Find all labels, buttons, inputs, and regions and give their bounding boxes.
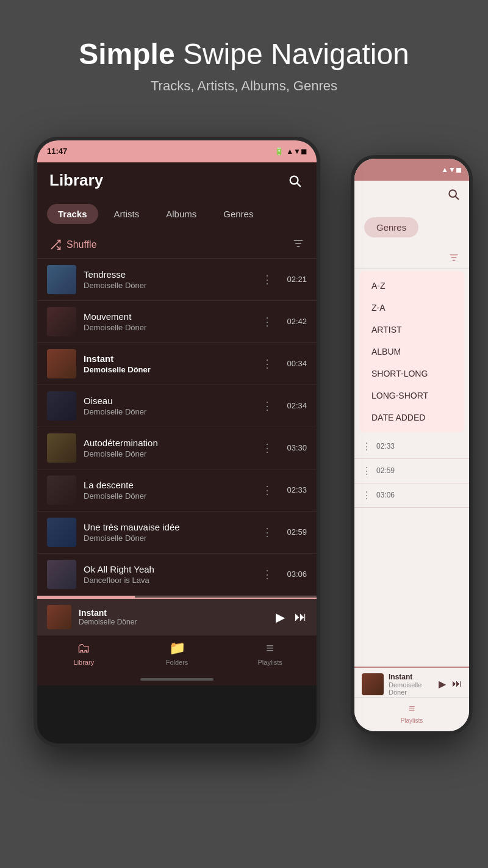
search-button[interactable] [285, 171, 304, 190]
sort-long-short[interactable]: LONG-SHORT [359, 385, 464, 407]
tab-artists[interactable]: Artists [103, 204, 151, 224]
track-info: Mouvement Demoiselle Döner [84, 311, 249, 332]
sec-track-item[interactable]: ⋮ 02:59 [354, 459, 469, 483]
track-more-button[interactable]: ⋮ [257, 397, 278, 415]
sec-track-item[interactable]: ⋮ 02:33 [354, 435, 469, 459]
phone-main: 11:47 🔋 ▲▼◼ Library Tracks Artists Album… [34, 137, 320, 747]
sec-np-artist: Demoiselle Döner [389, 681, 434, 696]
sec-signal: ▲▼◼ [441, 165, 462, 174]
nav-library[interactable]: 🗂 Library [37, 640, 131, 666]
track-duration: 03:06 [285, 570, 307, 579]
track-name: Ok All Right Yeah [84, 564, 249, 574]
track-duration: 03:30 [285, 443, 307, 452]
nav-playlists[interactable]: ≡ Playlists [223, 640, 317, 666]
shuffle-left[interactable]: Shuffle [49, 239, 97, 251]
now-playing-info: Instant Demoiselle Döner [79, 608, 268, 626]
sec-track-more[interactable]: ⋮ [362, 490, 371, 501]
sort-short-long[interactable]: SHORT-LONG [359, 363, 464, 385]
track-more-button[interactable]: ⋮ [257, 439, 278, 457]
track-thumbnail [47, 518, 76, 547]
track-info: Autodétermination Demoiselle Döner [84, 438, 249, 458]
nav-folders-label: Folders [166, 659, 188, 666]
bottom-nav: 🗂 Library 📁 Folders ≡ Playlists [37, 635, 317, 673]
track-name: Autodétermination [84, 438, 249, 448]
track-item[interactable]: Tendresse Demoiselle Döner ⋮ 02:21 [37, 259, 317, 301]
track-artist: Dancefloor is Lava [84, 576, 249, 585]
sort-az[interactable]: A-Z [359, 275, 464, 297]
track-more-button[interactable]: ⋮ [257, 481, 278, 499]
track-more-button[interactable]: ⋮ [257, 523, 278, 541]
track-name: Mouvement [84, 311, 249, 322]
svg-line-8 [456, 196, 459, 199]
nav-folders[interactable]: 📁 Folders [131, 640, 224, 666]
now-playing-artist: Demoiselle Döner [79, 618, 268, 626]
sec-search-icon[interactable] [447, 188, 459, 200]
track-name: Tendresse [84, 269, 249, 280]
app-title: Library [49, 171, 103, 190]
track-item[interactable]: Mouvement Demoiselle Döner ⋮ 02:42 [37, 301, 317, 343]
track-name: Une très mauvaise idée [84, 522, 249, 532]
track-item[interactable]: Une très mauvaise idée Demoiselle Döner … [37, 512, 317, 554]
track-thumbnail [47, 560, 76, 589]
nav-library-label: Library [74, 659, 95, 666]
folders-icon: 📁 [169, 640, 185, 656]
phones-container: 11:47 🔋 ▲▼◼ Library Tracks Artists Album… [15, 118, 473, 790]
track-info: Une très mauvaise idée Demoiselle Döner [84, 522, 249, 543]
sort-za[interactable]: Z-A [359, 297, 464, 319]
track-info: Tendresse Demoiselle Döner [84, 269, 249, 290]
track-item[interactable]: Instant Demoiselle Döner ⋮ 00:34 [37, 343, 317, 385]
sec-track-more[interactable]: ⋮ [362, 465, 371, 477]
phone-secondary: ▲▼◼ Genres A-Z Z-A ARTIST ALBUM SHORT-LO… [351, 155, 473, 735]
track-artist: Demoiselle Döner [84, 281, 249, 290]
sec-app-header [354, 181, 469, 208]
sec-duration: 02:33 [376, 442, 395, 450]
track-more-button[interactable]: ⋮ [257, 565, 278, 584]
status-bar: 11:47 🔋 ▲▼◼ [37, 140, 317, 162]
sec-nav-playlists[interactable]: ≡ Playlists [354, 703, 469, 724]
track-artist: Demoiselle Döner [84, 323, 249, 332]
track-info: Oiseau Demoiselle Döner [84, 396, 249, 416]
sec-next-button[interactable]: ⏭ [452, 678, 462, 690]
track-more-button[interactable]: ⋮ [257, 355, 278, 373]
track-duration: 02:21 [285, 275, 307, 284]
sec-np-info: Instant Demoiselle Döner [389, 673, 434, 696]
tab-bar: Tracks Artists Albums Genres [37, 199, 317, 231]
library-icon: 🗂 [77, 640, 90, 656]
track-more-button[interactable]: ⋮ [257, 270, 278, 289]
track-more-button[interactable]: ⋮ [257, 313, 278, 331]
header-title-bold: Simple [79, 38, 174, 70]
track-thumbnail [47, 265, 76, 294]
track-info: Ok All Right Yeah Dancefloor is Lava [84, 564, 249, 585]
header-subtitle: Tracks, Artists, Albums, Genres [24, 78, 464, 94]
play-button[interactable]: ▶ [276, 610, 285, 624]
sort-artist[interactable]: ARTIST [359, 319, 464, 341]
tab-albums[interactable]: Albums [155, 204, 207, 224]
playlists-icon: ≡ [266, 640, 274, 656]
track-item[interactable]: Oiseau Demoiselle Döner ⋮ 02:34 [37, 385, 317, 427]
track-list: Tendresse Demoiselle Döner ⋮ 02:21 Mouve… [37, 259, 317, 596]
track-item[interactable]: Autodétermination Demoiselle Döner ⋮ 03:… [37, 427, 317, 469]
genres-tab[interactable]: Genres [364, 217, 418, 237]
sec-track-item[interactable]: ⋮ 03:06 [354, 483, 469, 508]
sec-play-button[interactable]: ▶ [439, 678, 446, 690]
header-section: Simple Swipe Navigation Tracks, Artists,… [0, 0, 488, 118]
sort-album[interactable]: ALBUM [359, 341, 464, 363]
filter-icon[interactable] [292, 237, 304, 252]
track-thumbnail [47, 349, 76, 378]
svg-line-1 [297, 183, 300, 186]
sort-date-added[interactable]: DATE ADDED [359, 407, 464, 429]
tab-genres[interactable]: Genres [212, 204, 264, 224]
sort-dropdown: A-Z Z-A ARTIST ALBUM SHORT-LONG LONG-SHO… [359, 271, 464, 432]
sec-filter-icon[interactable] [448, 252, 459, 263]
sec-track-more[interactable]: ⋮ [362, 441, 371, 452]
track-duration: 02:59 [285, 527, 307, 537]
sec-genres-section: Genres [354, 208, 469, 247]
track-item[interactable]: Ok All Right Yeah Dancefloor is Lava ⋮ 0… [37, 554, 317, 596]
track-duration: 02:33 [285, 485, 307, 494]
sec-np-title: Instant [389, 673, 434, 681]
track-thumbnail [47, 391, 76, 421]
next-button[interactable]: ⏭ [295, 610, 307, 624]
tab-tracks[interactable]: Tracks [47, 204, 98, 224]
track-item[interactable]: La descente Demoiselle Döner ⋮ 02:33 [37, 469, 317, 512]
status-icons: 🔋 ▲▼◼ [274, 147, 307, 156]
